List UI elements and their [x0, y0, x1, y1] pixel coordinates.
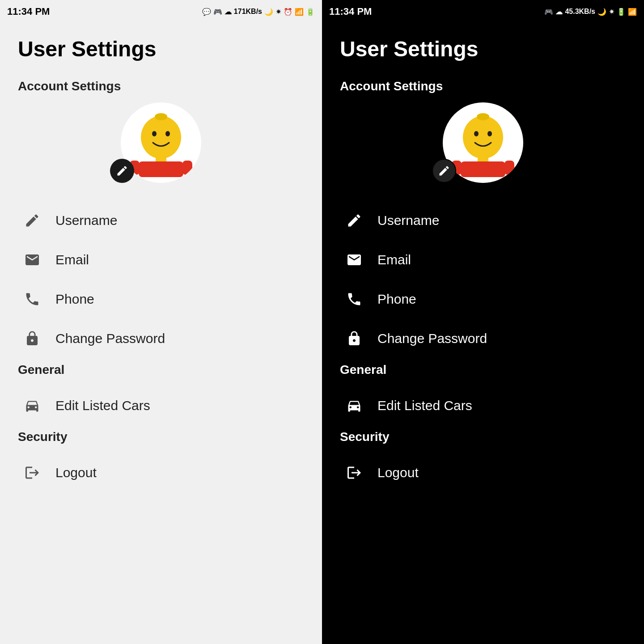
pencil-icon-dark: [344, 211, 364, 230]
light-panel: 11:34 PM 💬 🎮 ☁ 171KB/s 🌙 ✴ ⏰ 📶 🔋 User Se…: [0, 0, 322, 644]
general-header-dark: General: [340, 363, 626, 377]
email-label-dark: Email: [377, 252, 411, 267]
battery-light: 🔋: [306, 8, 315, 16]
account-settings-header-light: Account Settings: [18, 79, 304, 93]
wifi-icon: 📶: [295, 8, 304, 16]
status-bar-light: 11:34 PM 💬 🎮 ☁ 171KB/s 🌙 ✴ ⏰ 📶 🔋: [0, 0, 322, 23]
edit-pencil-icon-light: [116, 165, 128, 177]
security-section-dark: Security Logout: [340, 430, 626, 492]
svg-rect-7: [182, 161, 192, 175]
edit-listed-cars-item-light[interactable]: Edit Listed Cars: [18, 386, 304, 425]
general-section-dark: General Edit Listed Cars: [340, 363, 626, 425]
svg-point-11: [477, 113, 489, 120]
pencil-icon-light: [22, 211, 42, 230]
general-header-light: General: [18, 363, 304, 377]
account-settings-header-dark: Account Settings: [340, 79, 626, 93]
logout-icon-light: [22, 463, 42, 483]
change-password-label-dark: Change Password: [377, 331, 487, 346]
svg-point-0: [141, 116, 181, 159]
logout-label-light: Logout: [55, 465, 97, 480]
security-header-dark: Security: [340, 430, 626, 444]
lego-avatar-light: [125, 107, 197, 178]
svg-rect-13: [461, 161, 505, 177]
edit-listed-cars-item-dark[interactable]: Edit Listed Cars: [340, 386, 626, 425]
username-item-dark[interactable]: Username: [340, 201, 626, 240]
cloud-icon-dark: ☁: [555, 8, 563, 16]
email-label-light: Email: [55, 252, 89, 267]
status-time-light: 11:34 PM: [7, 6, 50, 17]
account-settings-section-dark: Account Settings: [340, 79, 626, 358]
moon-icon-dark: 🌙: [597, 8, 606, 16]
edit-pencil-icon-dark: [438, 165, 450, 177]
page-title-light: User Settings: [18, 37, 304, 61]
account-settings-section-light: Account Settings: [18, 79, 304, 358]
moon-icon: 🌙: [264, 8, 273, 16]
phone-label-light: Phone: [55, 292, 94, 307]
status-icons-dark: 🎮 ☁ 45.3KB/s 🌙 ✴ 🔋 📶: [544, 8, 637, 16]
cloud-icon: ☁: [225, 8, 232, 16]
lock-icon-light: [22, 329, 42, 348]
avatar-container-light: [18, 102, 304, 183]
logout-icon-dark: [344, 463, 364, 483]
discord-icon-dark: 🎮: [544, 8, 553, 16]
car-icon-dark: [344, 396, 364, 415]
svg-rect-5: [139, 161, 183, 177]
general-section-light: General Edit Listed Cars: [18, 363, 304, 425]
svg-point-8: [463, 116, 503, 159]
username-item-light[interactable]: Username: [18, 201, 304, 240]
light-content: User Settings Account Settings: [0, 23, 322, 644]
lego-avatar-dark: [447, 107, 519, 178]
avatar-edit-button-light[interactable]: [110, 159, 134, 183]
whatsapp-icon: 💬: [202, 8, 211, 16]
status-bar-dark: 11:34 PM 🎮 ☁ 45.3KB/s 🌙 ✴ 🔋 📶: [322, 0, 644, 23]
phone-item-dark[interactable]: Phone: [340, 280, 626, 319]
dark-panel: 11:34 PM 🎮 ☁ 45.3KB/s 🌙 ✴ 🔋 📶 User Setti…: [322, 0, 644, 644]
phone-item-light[interactable]: Phone: [18, 280, 304, 319]
bluetooth-icon-dark: ✴: [609, 8, 614, 16]
page-title-dark: User Settings: [340, 37, 626, 61]
lock-icon-dark: [344, 329, 364, 348]
security-header-light: Security: [18, 430, 304, 444]
svg-point-2: [165, 131, 170, 136]
change-password-item-dark[interactable]: Change Password: [340, 319, 626, 358]
edit-listed-cars-label-dark: Edit Listed Cars: [377, 398, 472, 413]
dark-content: User Settings Account Settings: [322, 23, 644, 644]
email-item-dark[interactable]: Email: [340, 240, 626, 280]
avatar-edit-button-dark[interactable]: [432, 159, 456, 183]
car-icon-light: [22, 396, 42, 415]
phone-icon-dark: [344, 289, 364, 309]
envelope-icon-dark: [344, 250, 364, 270]
discord-icon: 🎮: [213, 8, 222, 16]
alarm-icon: ⏰: [284, 8, 292, 16]
username-label-light: Username: [55, 213, 117, 228]
phone-icon-light: [22, 289, 42, 309]
logout-label-dark: Logout: [377, 465, 419, 480]
svg-point-3: [155, 113, 167, 120]
logout-item-dark[interactable]: Logout: [340, 453, 626, 492]
avatar-container-dark: [340, 102, 626, 183]
svg-rect-15: [504, 161, 514, 175]
username-label-dark: Username: [377, 213, 439, 228]
battery-dark: 🔋: [617, 8, 626, 16]
phone-label-dark: Phone: [377, 292, 416, 307]
bluetooth-icon: ✴: [275, 8, 281, 16]
svg-point-9: [474, 131, 479, 136]
network-speed-light: 171KB/s: [234, 8, 262, 16]
email-item-light[interactable]: Email: [18, 240, 304, 280]
edit-listed-cars-label-light: Edit Listed Cars: [55, 398, 150, 413]
svg-point-10: [487, 131, 492, 136]
change-password-item-light[interactable]: Change Password: [18, 319, 304, 358]
envelope-icon-light: [22, 250, 42, 270]
change-password-label-light: Change Password: [55, 331, 165, 346]
logout-item-light[interactable]: Logout: [18, 453, 304, 492]
svg-point-1: [152, 131, 157, 136]
wifi-icon-dark: 📶: [628, 8, 637, 16]
status-icons-light: 💬 🎮 ☁ 171KB/s 🌙 ✴ ⏰ 📶 🔋: [202, 8, 315, 16]
network-speed-dark: 45.3KB/s: [565, 8, 595, 16]
status-time-dark: 11:34 PM: [329, 6, 372, 17]
security-section-light: Security Logout: [18, 430, 304, 492]
